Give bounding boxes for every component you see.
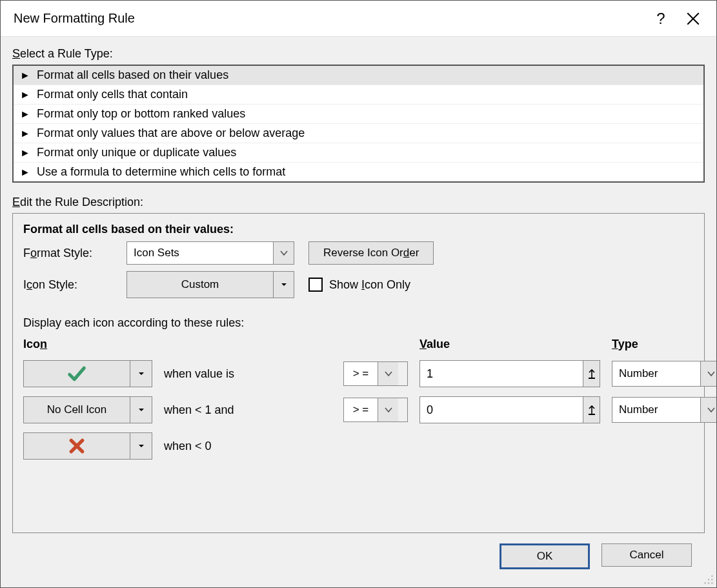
bullet-icon: ►	[20, 147, 33, 159]
rule-type-label: Format only values that are above or bel…	[37, 127, 305, 140]
red-x-icon	[24, 433, 130, 459]
range-select-button-2[interactable]	[583, 397, 600, 423]
type-dropdown-2[interactable]: Number	[612, 397, 716, 423]
condition-text-1: when value is	[164, 367, 332, 381]
description-heading: Format all cells based on their values:	[23, 223, 694, 236]
new-formatting-rule-dialog: New Formatting Rule ? Select a Rule Type…	[0, 0, 717, 588]
chevron-down-icon	[378, 362, 398, 385]
bullet-icon: ►	[20, 108, 33, 120]
svg-point-3	[704, 582, 706, 584]
show-icon-only-label: Show Icon Only	[329, 278, 410, 292]
icon-picker-1[interactable]	[23, 360, 152, 387]
value-input-2[interactable]	[420, 397, 583, 423]
resize-grip-icon[interactable]	[703, 574, 714, 585]
close-button[interactable]	[679, 5, 707, 33]
value-input-1-wrap	[419, 360, 600, 387]
condition-text-2: when < 1 and	[164, 403, 332, 417]
svg-point-2	[711, 579, 713, 581]
caret-down-icon	[273, 272, 294, 298]
range-icon	[587, 405, 597, 415]
bullet-icon: ►	[20, 70, 33, 81]
rule-type-item[interactable]: ► Format only cells that contain	[14, 85, 703, 105]
rule-description-box: Format all cells based on their values: …	[12, 213, 705, 533]
icon-picker-2[interactable]: No Cell Icon	[23, 396, 152, 423]
reverse-icon-order-button[interactable]: Reverse Icon Order	[308, 241, 434, 265]
svg-point-1	[708, 582, 710, 584]
display-rules-label: Display each icon according to these rul…	[23, 316, 694, 330]
condition-text-3: when < 0	[164, 440, 332, 453]
icon-style-row: Icon Style: Custom Show Icon Only	[23, 271, 694, 298]
svg-point-4	[708, 579, 710, 581]
green-check-icon	[24, 361, 130, 387]
icon-picker-3[interactable]	[23, 432, 152, 460]
icon-style-value: Custom	[127, 272, 273, 298]
operator-dropdown-1[interactable]: > =	[343, 361, 408, 386]
titlebar: New Formatting Rule ?	[1, 1, 716, 37]
rule-type-item[interactable]: ► Format only top or bottom ranked value…	[14, 105, 703, 124]
bullet-icon: ►	[20, 167, 33, 178]
operator-value: > =	[344, 362, 378, 385]
dialog-title: New Formatting Rule	[14, 11, 647, 26]
svg-point-5	[711, 575, 713, 577]
ok-button[interactable]: OK	[500, 543, 590, 569]
range-icon	[587, 369, 597, 379]
caret-down-icon	[130, 397, 152, 423]
icon-style-label: Icon Style:	[23, 278, 126, 292]
operator-value: > =	[344, 398, 378, 421]
value-input-1[interactable]	[420, 361, 583, 387]
chevron-down-icon	[700, 398, 716, 422]
rule-type-label: Format all cells based on their values	[37, 68, 228, 82]
type-dropdown-1[interactable]: Number	[612, 361, 716, 387]
dialog-footer: OK Cancel	[12, 533, 705, 580]
help-button[interactable]: ?	[647, 5, 675, 33]
type-value: Number	[612, 361, 700, 386]
col-header-type: Type	[612, 338, 716, 351]
type-value: Number	[612, 398, 700, 422]
rule-type-item[interactable]: ► Format only values that are above or b…	[14, 124, 703, 143]
caret-down-icon	[130, 361, 152, 387]
rule-type-item[interactable]: ► Format all cells based on their values	[14, 66, 703, 85]
cancel-button[interactable]: Cancel	[601, 543, 692, 567]
bullet-icon: ►	[20, 128, 33, 139]
format-style-dropdown[interactable]: Icon Sets	[126, 241, 294, 265]
dialog-content: Select a Rule Type: ► Format all cells b…	[1, 37, 716, 587]
format-style-value: Icon Sets	[127, 242, 273, 264]
value-input-2-wrap	[419, 396, 600, 423]
format-style-label: Format Style:	[23, 247, 126, 260]
rule-type-item[interactable]: ► Use a formula to determine which cells…	[14, 163, 703, 181]
select-rule-type-label: Select a Rule Type:	[12, 47, 705, 61]
operator-dropdown-2[interactable]: > =	[343, 398, 408, 422]
col-header-value: Value	[419, 338, 600, 351]
bullet-icon: ►	[20, 89, 33, 101]
edit-rule-description-label: Edit the Rule Description:	[12, 196, 705, 209]
icon-rules-grid: Icon Value Type when value is > =	[23, 338, 694, 460]
format-style-row: Format Style: Icon Sets Reverse Icon Ord…	[23, 241, 694, 265]
close-icon	[687, 12, 700, 25]
rule-type-label: Format only cells that contain	[37, 88, 188, 101]
col-header-icon: Icon	[23, 338, 152, 351]
no-cell-icon-label: No Cell Icon	[24, 397, 130, 423]
rule-type-label: Use a formula to determine which cells t…	[37, 165, 285, 179]
rule-type-list[interactable]: ► Format all cells based on their values…	[12, 65, 705, 183]
chevron-down-icon	[700, 361, 716, 386]
svg-point-0	[711, 582, 713, 584]
caret-down-icon	[130, 433, 152, 459]
rule-type-label: Format only unique or duplicate values	[37, 146, 236, 159]
show-icon-only-checkbox[interactable]	[308, 278, 323, 292]
range-select-button-1[interactable]	[583, 361, 600, 387]
chevron-down-icon	[273, 242, 294, 264]
rule-type-label: Format only top or bottom ranked values	[37, 107, 245, 121]
rule-type-item[interactable]: ► Format only unique or duplicate values	[14, 143, 703, 163]
icon-style-dropdown[interactable]: Custom	[126, 271, 294, 298]
chevron-down-icon	[378, 398, 398, 421]
